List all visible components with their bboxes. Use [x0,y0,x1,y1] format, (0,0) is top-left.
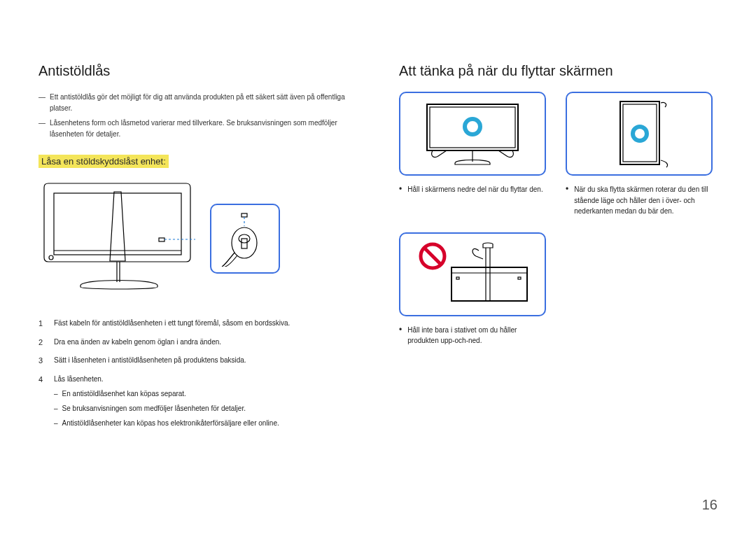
svg-rect-17 [623,104,657,162]
panel-portrait [566,92,713,176]
lock-icon [220,211,270,267]
svg-rect-3 [159,238,164,241]
em-dash-icon: ― [38,118,46,139]
moving-heading: Att tänka på när du flyttar skärmen [399,63,721,79]
left-column: Antistöldlås ― Ett antistöldlås gör det … [38,63,357,437]
antitheft-heading: Antistöldlås [38,63,357,79]
svg-rect-13 [430,107,515,148]
monitor-portrait-illustration [580,99,699,169]
numbered-steps: Fäst kabeln för antistöldlåsenheten i et… [38,317,357,432]
panel-prohibited [399,232,546,316]
sub-note-item: En antistöldlåsenhet kan köpas separat. [54,388,279,400]
note-item: ― Låsenhetens form och låsmetod varierar… [38,118,357,139]
step-item: Sätt i låsenheten i antistöldlåsenheten … [38,354,357,367]
note-text: Ett antistöldlås gör det möjligt för dig… [50,92,357,113]
svg-point-14 [465,119,480,134]
step-text: Fäst kabeln för antistöldlåsenheten i et… [54,317,290,330]
step-text: Dra ena änden av kabeln genom öglan i an… [54,336,221,349]
svg-point-18 [633,127,647,141]
step-sub-notes: En antistöldlåsenhet kan köpas separat. … [54,388,279,429]
svg-rect-24 [518,277,521,279]
antitheft-diagram-row [38,181,357,296]
sub-note-item: Se bruksanvisningen som medföljer låsenh… [54,402,279,414]
page-number: 16 [702,497,718,513]
subheading-container: Låsa en stöldskyddslåst enhet: [38,155,357,181]
monitor-front-hold-illustration [413,99,532,169]
panel-b-col: När du ska flytta skärmen roterar du den… [566,92,713,217]
panel-row-top: Håll i skärmens nedre del när du flyttar… [399,92,721,217]
panel-c-col: Håll inte bara i stativet om du håller p… [399,232,546,346]
manual-page: Antistöldlås ― Ett antistöldlås gör det … [0,0,756,534]
prohibited-hold-stand-illustration [413,239,532,309]
panel-a-caption: Håll i skärmens nedre del när du flyttar… [399,184,546,195]
svg-rect-0 [54,193,181,255]
two-column-layout: Antistöldlås ― Ett antistöldlås gör det … [38,63,721,437]
svg-rect-23 [456,277,459,279]
monitor-back-illustration [38,181,196,296]
highlighted-subheading: Låsa en stöldskyddslåst enhet: [38,155,169,168]
lock-closeup-box [210,204,280,274]
svg-rect-7 [241,213,247,217]
svg-rect-11 [241,239,247,248]
svg-rect-12 [427,104,518,150]
step-text: Sätt i låsenheten i antistöldlåsenheten … [54,354,246,367]
step-text: Lås låsenheten. [54,375,104,383]
note-text: Låsenhetens form och låsmetod varierar m… [50,118,357,139]
intro-notes: ― Ett antistöldlås gör det möjligt för d… [38,92,357,139]
svg-rect-21 [451,267,527,301]
em-dash-icon: ― [38,92,46,113]
panel-hold-bottom [399,92,546,176]
svg-line-20 [424,248,441,265]
step-item: Fäst kabeln för antistöldlåsenheten i et… [38,317,357,330]
panel-a-col: Håll i skärmens nedre del när du flyttar… [399,92,546,217]
note-item: ― Ett antistöldlås gör det möjligt för d… [38,92,357,113]
sub-note-item: Antistöldlåsenheter kan köpas hos elektr… [54,417,279,429]
panel-c-caption: Håll inte bara i stativet om du håller p… [399,325,546,346]
svg-rect-16 [620,101,659,164]
step-item: Dra ena änden av kabeln genom öglan i an… [38,336,357,349]
step-item: Lås låsenheten. En antistöldlåsenhet kan… [38,373,357,432]
panel-row-bottom: Håll inte bara i stativet om du håller p… [399,232,721,346]
panel-b-caption: När du ska flytta skärmen roterar du den… [566,184,713,217]
svg-point-2 [49,255,53,260]
right-column: Att tänka på när du flyttar skärmen [399,63,721,437]
